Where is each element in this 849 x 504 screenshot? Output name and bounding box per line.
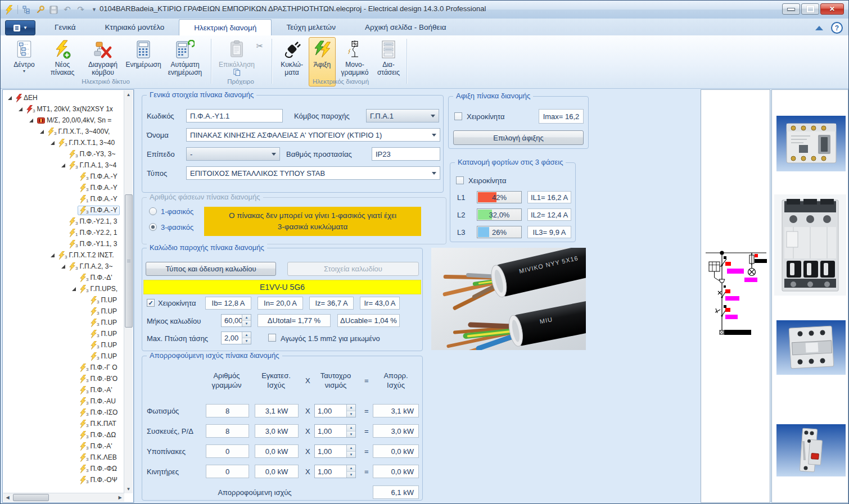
type-combo[interactable]: ΕΠΙΤΟΙΧΟΣ ΜΕΤΑΛΛΙΚΟΣ ΤΥΠΟΥ STAB: [186, 166, 440, 180]
tree-button[interactable]: Δέντρο ▼: [4, 38, 44, 73]
scroll-left-icon[interactable]: ◀: [3, 493, 12, 502]
radio-1-phase[interactable]: [149, 207, 157, 215]
tree-item[interactable]: 3 Π.Φ.-Υ1.1, 3: [3, 238, 124, 249]
tree-dropdown-arrow[interactable]: ▼: [22, 69, 26, 73]
tree-item[interactable]: 3 Π.UP: [3, 294, 124, 306]
tab-general[interactable]: Γενικά: [40, 19, 91, 35]
tab-home-help[interactable]: Αρχική σελίδα - Βοήθεια: [350, 19, 461, 35]
tree-expander-icon[interactable]: [28, 119, 35, 122]
tree-item[interactable]: 1 Π.Φ.-Υ2.2, 1: [3, 227, 124, 238]
cable-length-spinner[interactable]: 60,00▲▼: [221, 314, 251, 327]
single-line-button[interactable]: Μονο- γραμμικό: [337, 38, 373, 76]
tree-item[interactable]: 3 Π.UP: [3, 351, 124, 362]
tree-horizontal-scrollbar[interactable]: ◀ ▶: [3, 493, 124, 502]
supply-node-combo[interactable]: Γ.Π.Α.1: [366, 109, 439, 122]
tree-item[interactable]: 3 Π.Φ.-Α': [3, 384, 124, 396]
simultaneity-spinner[interactable]: 1,00▲▼: [314, 465, 356, 478]
protection-degree-input[interactable]: IP23: [372, 147, 440, 161]
save-icon[interactable]: [49, 5, 58, 15]
simultaneity-spinner[interactable]: 1,00▲▼: [314, 424, 356, 438]
tree-expander-icon[interactable]: [49, 253, 56, 257]
tree-item[interactable]: 3 Π.Φ.-ΟΨ: [3, 474, 124, 485]
tree-item[interactable]: 3 Π.Φ.-ΙΣΟ: [3, 407, 124, 418]
horizontal-scroll-thumb[interactable]: [13, 494, 49, 501]
tree-item[interactable]: 3 Π.Φ.-Υ2.1, 3: [3, 216, 124, 227]
tab-study-volumes[interactable]: Τεύχη μελετών: [272, 19, 350, 35]
tree-expander-icon[interactable]: [60, 164, 67, 167]
tree-item[interactable]: 3 Γ.Π.Χ.Τ., 3~400V,: [3, 126, 124, 137]
cable-details-button[interactable]: Στοιχεία καλωδίου: [287, 262, 419, 276]
tree-item[interactable]: 3 Π.Φ.Α.-Υ: [3, 205, 124, 216]
tree-item[interactable]: 3 Π.Φ.-ΦΩ: [3, 463, 124, 474]
undo-icon[interactable]: ↶: [62, 5, 72, 15]
settings-wrench-icon[interactable]: [35, 5, 45, 15]
scroll-down-icon[interactable]: ▼: [124, 485, 133, 493]
tree-expander-icon[interactable]: [70, 287, 78, 291]
tree-vertical-scrollbar[interactable]: ▲ ▼: [124, 90, 133, 493]
tree-item[interactable]: 3 Π.Φ.-Β'Ο: [3, 373, 124, 384]
circuits-button[interactable]: Κυκλώ- ματα: [276, 38, 308, 76]
auto-update-button[interactable]: Αυτόματη ενημέρωση: [165, 38, 205, 76]
application-menu-button[interactable]: ▼: [5, 20, 35, 35]
vertical-scroll-thumb[interactable]: [125, 194, 133, 328]
collapse-ribbon-icon[interactable]: [815, 26, 823, 30]
select-arrival-button[interactable]: Επιλογή άφιξης: [453, 130, 584, 145]
tree-item[interactable]: 3 Γ.Π.Α.1, 3~4: [3, 160, 124, 171]
tree-item[interactable]: 3 Π.UP: [3, 306, 124, 317]
scroll-up-icon[interactable]: ▲: [124, 90, 133, 99]
help-icon[interactable]: ?: [831, 22, 843, 34]
tree-item[interactable]: 3 MT1, 20kV, 3x(N2XSY 1x: [3, 103, 124, 115]
tree-item[interactable]: 3 Π.Φ.Α.-Υ: [3, 171, 124, 182]
tree-item[interactable]: 3 Π.Φ.-ΔΩ: [3, 429, 124, 441]
level-combo[interactable]: -: [186, 147, 280, 161]
tree-item[interactable]: 3 Π.Φ.-Υ3, 3~: [3, 148, 124, 160]
tree-item[interactable]: 1 Π.Φ.Α.-Υ: [3, 193, 124, 205]
tree-item[interactable]: 3 Π.Φ.-Δ': [3, 272, 124, 283]
code-input[interactable]: Π.Φ.Α.-Υ1.1: [186, 109, 283, 122]
delete-node-button[interactable]: Διαγραφή κόμβου: [83, 38, 123, 76]
name-combo[interactable]: ΠΙΝΑΚΑΣ ΚΙΝΗΣΗΣ ΑΣΦΑΛΕΙΑΣ Α' ΥΠΟΓΕΙΟΥ (Κ…: [186, 128, 440, 142]
tree-item[interactable]: 3 Π.Κ.ΠΑΤ: [3, 418, 124, 429]
dimensions-button[interactable]: Δια- στάσεις: [373, 38, 404, 76]
tree-item[interactable]: 3 Π.UP: [3, 317, 124, 328]
tree-item[interactable]: 3 Π.UP: [3, 328, 124, 339]
tree-item[interactable]: 3 Γ.Π.Χ.Τ.2 ΙΝΣΤ.: [3, 249, 124, 261]
update-button[interactable]: Ενημέρωση: [123, 38, 164, 69]
reduced-conductor-checkbox[interactable]: [268, 334, 276, 342]
tree-item[interactable]: 3 Π.Κ.ΛΕΒ: [3, 452, 124, 463]
tree-view-icon[interactable]: [22, 5, 31, 15]
tree-item[interactable]: 3 Π.Φ.-AU: [3, 396, 124, 407]
paste-button[interactable]: Επικόλληση: [216, 38, 257, 76]
tree-item[interactable]: 3 Π.Φ.-Α': [3, 441, 124, 452]
tree-item[interactable]: ΔΕΗ: [3, 92, 124, 103]
distribution-manual-checkbox[interactable]: [456, 176, 464, 184]
new-panel-button[interactable]: Νέος πίνακας: [42, 38, 83, 76]
tree-item[interactable]: 3 Π.Φ.Α.-Υ: [3, 182, 124, 193]
simultaneity-spinner[interactable]: 1,00▲▼: [314, 444, 356, 458]
cable-manual-checkbox[interactable]: ✓: [147, 299, 155, 307]
simultaneity-spinner[interactable]: 1,00▲▼: [314, 404, 356, 417]
copy-icon[interactable]: [233, 69, 241, 76]
tree-item[interactable]: 3 Γ.Π.Χ.Τ.1, 3~40: [3, 137, 124, 148]
tree-item[interactable]: 3 Π.Φ.-Γ Ο: [3, 362, 124, 373]
tree-expander-icon[interactable]: [60, 265, 67, 269]
cable-type-route-button[interactable]: Τύπος και όδευση καλωδίου: [146, 262, 276, 276]
redo-icon[interactable]: ↷: [76, 5, 85, 15]
minimize-button[interactable]: [782, 3, 800, 15]
scroll-right-icon[interactable]: ▶: [116, 493, 124, 502]
tree-expander-icon[interactable]: [6, 96, 13, 100]
max-voltage-drop-spinner[interactable]: 2,00▲▼: [221, 332, 251, 344]
arrival-manual-checkbox[interactable]: [454, 112, 462, 120]
tree-expander-icon[interactable]: [17, 107, 24, 111]
tab-electrical-distribution[interactable]: Ηλεκτρική διανομή: [179, 19, 272, 35]
restore-button[interactable]: [801, 3, 819, 15]
close-button[interactable]: ✕: [820, 3, 844, 15]
tree-item[interactable]: 3 Γ.Π.Α.2, 3~: [3, 261, 124, 272]
tree-item[interactable]: 3 Π.UP: [3, 339, 124, 351]
tab-building-model[interactable]: Κτηριακό μοντέλο: [91, 19, 179, 35]
toolbar-dropdown-icon[interactable]: ▼: [89, 5, 99, 15]
tree-expander-icon[interactable]: [49, 141, 56, 145]
tree-expander-icon[interactable]: [38, 130, 46, 134]
tree-item[interactable]: 3 Γ.Π.UPS,: [3, 283, 124, 294]
cut-scissors-icon[interactable]: ✂: [255, 41, 265, 51]
